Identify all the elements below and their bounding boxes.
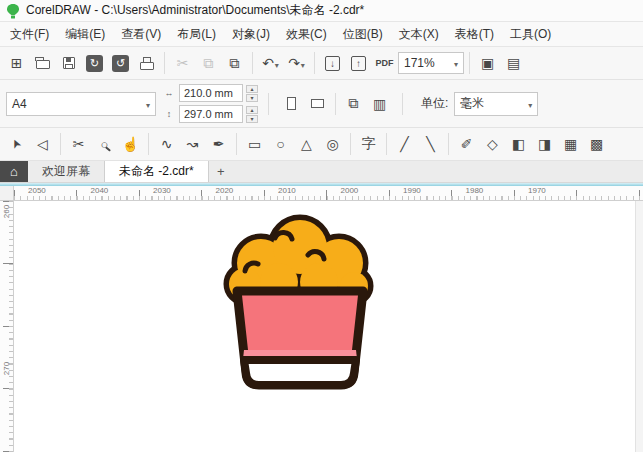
menu-item[interactable]: 工具(O)	[502, 22, 559, 46]
tab-label: 欢迎屏幕	[42, 163, 90, 180]
separator	[469, 52, 470, 74]
plus-icon: +	[217, 164, 225, 179]
print-button[interactable]	[134, 50, 159, 76]
decrement-button[interactable]	[246, 94, 258, 102]
interactive-fill-tool[interactable]: ◨	[532, 131, 557, 157]
increment-button[interactable]	[246, 106, 258, 114]
chevron-down-icon	[301, 55, 305, 71]
menu-item[interactable]: 效果(C)	[278, 22, 335, 46]
spiral-tool[interactable]: ◎	[320, 131, 345, 157]
freehand-icon: ∿	[161, 136, 173, 152]
landscape-button[interactable]	[305, 91, 330, 117]
redo-button[interactable]: ↷	[284, 50, 309, 76]
fill-tool[interactable]: ◧	[506, 131, 531, 157]
decrement-button[interactable]	[246, 115, 258, 123]
rectangle-tool[interactable]: ▭	[242, 131, 267, 157]
rectangle-icon: ▭	[248, 136, 261, 152]
page-height-value: 297.0 mm	[184, 108, 233, 120]
ruler-origin[interactable]	[0, 186, 14, 201]
separator	[402, 93, 403, 115]
paste-icon: ⧉	[230, 55, 240, 72]
freehand-tool[interactable]: ∿	[154, 131, 179, 157]
menu-item[interactable]: 文本(X)	[391, 22, 447, 46]
facing-pages-button[interactable]: ▥	[367, 91, 392, 117]
separator	[386, 133, 387, 155]
cloud-save-button[interactable]: ↻	[82, 50, 107, 76]
ruler-vertical[interactable]: 260270	[0, 201, 14, 452]
drawing-canvas[interactable]	[14, 201, 635, 452]
welcome-screen-button[interactable]	[0, 161, 28, 182]
copy-icon: ⧉	[204, 55, 214, 72]
straight-line-tool[interactable]: ╱	[392, 131, 417, 157]
separator	[164, 52, 165, 74]
menu-bar: 文件(F)编辑(E)查看(V)布局(L)对象(J)效果(C)位图(B)文本(X)…	[0, 22, 643, 47]
separator	[148, 133, 149, 155]
export-button[interactable]: ↑	[346, 50, 371, 76]
bezier-tool[interactable]: ↝	[180, 131, 205, 157]
pdf-button[interactable]: PDF	[372, 50, 397, 76]
open-button[interactable]	[30, 50, 55, 76]
menu-item[interactable]: 文件(F)	[2, 22, 57, 46]
menu-item[interactable]: 表格(T)	[447, 22, 502, 46]
pick-tool[interactable]: ➤	[4, 131, 29, 157]
increment-button[interactable]	[246, 85, 258, 93]
polygon-tool[interactable]: △	[294, 131, 319, 157]
undo-button[interactable]: ↶	[258, 50, 283, 76]
new-document-icon: ⊞	[11, 55, 23, 71]
menu-item[interactable]: 编辑(E)	[57, 22, 113, 46]
transparency-tool[interactable]: ▩	[584, 131, 609, 157]
all-pages-button[interactable]: ⧉	[341, 91, 366, 117]
crop-tool[interactable]: ✂	[66, 131, 91, 157]
save-button[interactable]	[56, 50, 81, 76]
text-tool[interactable]: 字	[356, 131, 381, 157]
new-document-button[interactable]: ⊞	[4, 50, 29, 76]
ellipse-tool[interactable]: ○	[268, 131, 293, 157]
outline-pen-tool[interactable]: ◇	[480, 131, 505, 157]
zoom-level-combo[interactable]: 171%	[398, 52, 464, 74]
ruler-label: 2030	[153, 186, 171, 195]
window-title: CorelDRAW - C:\Users\Administrator\Docum…	[26, 2, 364, 19]
page-height-icon	[162, 109, 176, 119]
separator	[314, 52, 315, 74]
new-tab-button[interactable]: +	[209, 161, 233, 182]
copy-button: ⧉	[196, 50, 221, 76]
popcorn-illustration[interactable]	[215, 211, 385, 401]
page-width-field[interactable]: 210.0 mm	[179, 84, 243, 102]
ruler-label: 2050	[28, 186, 46, 195]
property-bar: A4 210.0 mm 297.0 mm ⧉▥ 单位: 毫米	[0, 80, 643, 128]
zoom-tool[interactable]: ○	[92, 131, 117, 157]
shape-tool[interactable]: ◁	[30, 131, 55, 157]
import-button[interactable]: ↓	[320, 50, 345, 76]
tab-document[interactable]: 未命名 -2.cdr*	[104, 161, 209, 182]
fullscreen-preview-icon: ▣	[481, 55, 494, 71]
tab-welcome[interactable]: 欢迎屏幕	[28, 161, 104, 182]
paste-button[interactable]: ⧉	[222, 50, 247, 76]
portrait-button[interactable]	[279, 91, 304, 117]
canvas-area: 260270	[0, 201, 643, 452]
ruler-label: 1970	[528, 186, 546, 195]
menu-item[interactable]: 位图(B)	[335, 22, 391, 46]
mesh-fill-tool[interactable]: ▦	[558, 131, 583, 157]
pdf-icon: PDF	[376, 58, 394, 68]
page-width-icon	[162, 88, 176, 98]
page-size-combo[interactable]: A4	[6, 92, 156, 116]
ruler-horizontal[interactable]: 205020402030202020102000199019801970	[14, 186, 643, 201]
page-height-field[interactable]: 297.0 mm	[179, 105, 243, 123]
ruler-label: 1990	[403, 186, 421, 195]
show-rulers-button[interactable]: ▤	[501, 50, 526, 76]
vertical-scrollbar[interactable]	[635, 201, 643, 452]
dimension-tool[interactable]: ╲	[418, 131, 443, 157]
crop-icon: ✂	[73, 136, 85, 152]
cloud-sync-button[interactable]: ↺	[108, 50, 133, 76]
bucket-base	[244, 360, 356, 385]
units-combo[interactable]: 毫米	[454, 92, 538, 116]
menu-item[interactable]: 布局(L)	[169, 22, 224, 46]
menu-item[interactable]: 查看(V)	[113, 22, 169, 46]
pan-tool[interactable]: ☝	[118, 131, 143, 157]
portrait-icon	[287, 97, 296, 110]
pen-tool[interactable]: ✒	[206, 131, 231, 157]
menu-item[interactable]: 对象(J)	[224, 22, 278, 46]
cut-icon: ✂	[177, 55, 189, 71]
eyedropper-tool[interactable]: ✐	[454, 131, 479, 157]
fullscreen-preview-button[interactable]: ▣	[475, 50, 500, 76]
